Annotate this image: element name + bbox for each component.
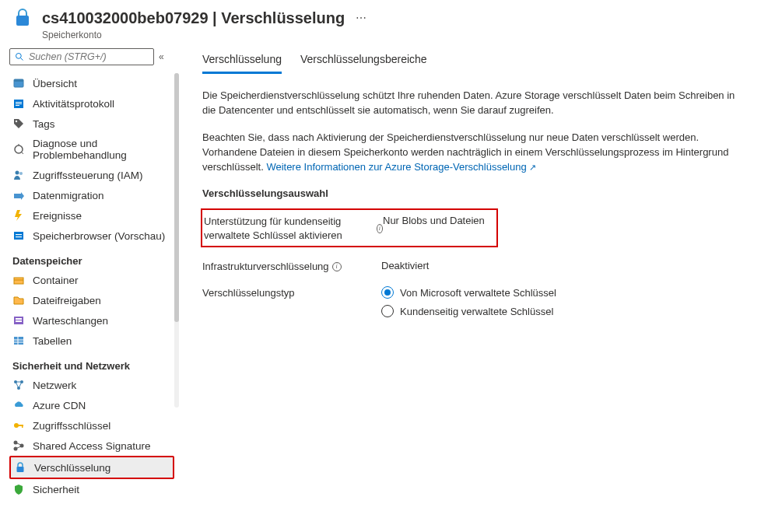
svg-rect-7: [16, 103, 22, 104]
browser-icon: [12, 229, 25, 242]
sidebar-item-label: Tabellen: [33, 335, 72, 347]
activity-icon: [12, 97, 25, 110]
sidebar: « ÜbersichtAktivitätsprotokollTagsDiagno…: [0, 47, 181, 499]
page-header: cs410032000beb07929 | Verschlüsselung ⋯ …: [0, 0, 768, 47]
iam-icon: [12, 169, 25, 181]
network-icon: [12, 379, 25, 391]
svg-point-36: [14, 447, 18, 451]
sidebar-item-label: Azure CDN: [33, 400, 86, 411]
info-icon[interactable]: i: [332, 262, 342, 271]
sidebar-item-ereignisse[interactable]: Ereignisse: [9, 205, 174, 226]
svg-point-14: [19, 172, 23, 175]
events-icon: [12, 209, 25, 222]
resource-type-label: Speicherkonto: [42, 30, 371, 40]
radio-button-icon: [381, 305, 394, 317]
sidebar-item-label: Dateifreigaben: [33, 295, 101, 306]
sidebar-item-zugriffssteuerung-iam[interactable]: Zugriffssteuerung (IAM): [9, 165, 174, 185]
sidebar-item-label: Warteschlangen: [33, 315, 108, 327]
sidebar-item-bersicht[interactable]: Übersicht: [9, 73, 174, 93]
main-content: VerschlüsselungVerschlüsselungsbereiche …: [181, 47, 768, 499]
sidebar-item-label: Shared Access Signature: [33, 440, 151, 452]
sidebar-item-container[interactable]: Container: [9, 270, 174, 290]
sidebar-item-label: Speicherbrowser (Vorschau): [33, 230, 165, 242]
svg-point-10: [15, 145, 23, 153]
svg-rect-15: [14, 194, 21, 198]
sidebar-item-label: Sicherheit: [33, 484, 79, 495]
info-icon[interactable]: i: [377, 224, 383, 233]
lock-icon: [14, 461, 26, 474]
sidebar-item-warteschlangen[interactable]: Warteschlangen: [9, 310, 174, 331]
infra-encryption-value: Deaktiviert: [381, 260, 429, 271]
table-icon: [12, 334, 25, 347]
svg-rect-4: [14, 79, 23, 82]
sidebar-item-label: Netzwerk: [33, 380, 76, 391]
highlight-cmk-support: Unterstützung für kundenseitig verwaltet…: [201, 208, 498, 247]
sidebar-item-datenmigration[interactable]: Datenmigration: [9, 185, 174, 205]
lock-icon: [12, 8, 33, 28]
sidebar-item-sicherheit[interactable]: Sicherheit: [9, 479, 174, 499]
sidebar-item-azure-cdn[interactable]: Azure CDN: [9, 395, 174, 415]
svg-line-2: [21, 58, 23, 61]
migration-icon: [12, 189, 25, 201]
svg-point-34: [14, 441, 18, 445]
sidebar-item-netzwerk[interactable]: Netzwerk: [9, 375, 174, 395]
nav-section-datastore: Datenspeicher: [9, 246, 174, 270]
radio-kundenseitig-verwaltete-schl-ssel[interactable]: Kundenseitig verwaltete Schlüssel: [381, 305, 556, 317]
svg-rect-16: [14, 232, 23, 240]
sidebar-item-tags[interactable]: Tags: [9, 114, 174, 134]
sidebar-item-label: Verschlüsselung: [34, 462, 110, 474]
svg-rect-17: [16, 234, 22, 235]
svg-rect-24: [14, 337, 23, 345]
cmk-support-value: Nur Blobs und Dateien: [383, 215, 485, 226]
sidebar-item-label: Zugriffssteuerung (IAM): [33, 170, 143, 181]
page-title: cs410032000beb07929 | Verschlüsselung: [42, 8, 345, 28]
infra-encryption-label: Infrastrukturverschlüsselung i: [202, 260, 381, 274]
learn-more-link[interactable]: Weitere Informationen zur Azure Storage-…: [266, 161, 535, 173]
sidebar-item-speicherbrowser-vorschau[interactable]: Speicherbrowser (Vorschau): [9, 226, 174, 246]
sidebar-item-label: Aktivitätsprotokoll: [33, 98, 114, 110]
sidebar-item-label: Tags: [33, 118, 55, 130]
fileshare-icon: [12, 294, 25, 306]
intro-paragraph-1: Die Speicherdienstverschlüsselung schütz…: [202, 88, 747, 117]
tabs: VerschlüsselungVerschlüsselungsbereiche: [202, 48, 749, 74]
svg-rect-19: [14, 278, 23, 284]
svg-line-12: [22, 152, 23, 154]
sidebar-item-zugriffsschl-ssel[interactable]: Zugriffsschlüssel: [9, 415, 174, 436]
encryption-selection-heading: Verschlüsselungsauswahl: [202, 187, 749, 199]
tags-icon: [12, 117, 25, 130]
sidebar-item-label: Datenmigration: [33, 190, 104, 201]
sidebar-scrollbar[interactable]: [174, 73, 179, 408]
svg-rect-8: [16, 105, 19, 106]
more-menu-button[interactable]: ⋯: [351, 12, 371, 24]
tab-verschl-sselungsbereiche[interactable]: Verschlüsselungsbereiche: [300, 48, 427, 74]
diagnose-icon: [12, 143, 25, 156]
nav-section-security: Sicherheit und Netzwerk: [9, 351, 174, 375]
encryption-type-radio-group: Von Microsoft verwaltete SchlüsselKunden…: [381, 286, 556, 317]
search-input-wrapper[interactable]: [9, 48, 154, 65]
sidebar-item-label: Zugriffsschlüssel: [33, 420, 110, 432]
svg-rect-18: [16, 236, 22, 237]
radio-button-icon: [381, 286, 394, 299]
intro-paragraph-2: Beachten Sie, dass nach Aktivierung der …: [202, 130, 747, 175]
sidebar-item-tabellen[interactable]: Tabellen: [9, 331, 174, 351]
svg-point-1: [16, 54, 22, 59]
sidebar-item-shared-access-signature[interactable]: Shared Access Signature: [9, 436, 174, 456]
search-input[interactable]: [29, 51, 149, 62]
svg-rect-23: [16, 320, 22, 322]
sidebar-item-aktivit-tsprotokoll[interactable]: Aktivitätsprotokoll: [9, 93, 174, 114]
sidebar-item-diagnose-und-problembehandlung[interactable]: Diagnose und Problembehandlung: [9, 134, 174, 165]
key-icon: [12, 419, 25, 432]
svg-rect-33: [22, 425, 23, 428]
collapse-sidebar-button[interactable]: «: [159, 51, 164, 62]
sidebar-item-label: Container: [33, 275, 79, 286]
sidebar-item-dateifreigaben[interactable]: Dateifreigaben: [9, 290, 174, 310]
sidebar-item-label: Ereignisse: [33, 210, 82, 222]
radio-von-microsoft-verwaltete-schl-ssel[interactable]: Von Microsoft verwaltete Schlüssel: [381, 286, 556, 299]
tab-verschl-sselung[interactable]: Verschlüsselung: [202, 48, 282, 74]
sidebar-item-label: Diagnose und Problembehandlung: [33, 138, 171, 161]
sidebar-item-verschl-sselung[interactable]: Verschlüsselung: [9, 456, 174, 479]
svg-rect-22: [16, 318, 22, 320]
shield-icon: [12, 483, 25, 495]
container-icon: [12, 274, 25, 286]
svg-rect-37: [17, 467, 24, 472]
